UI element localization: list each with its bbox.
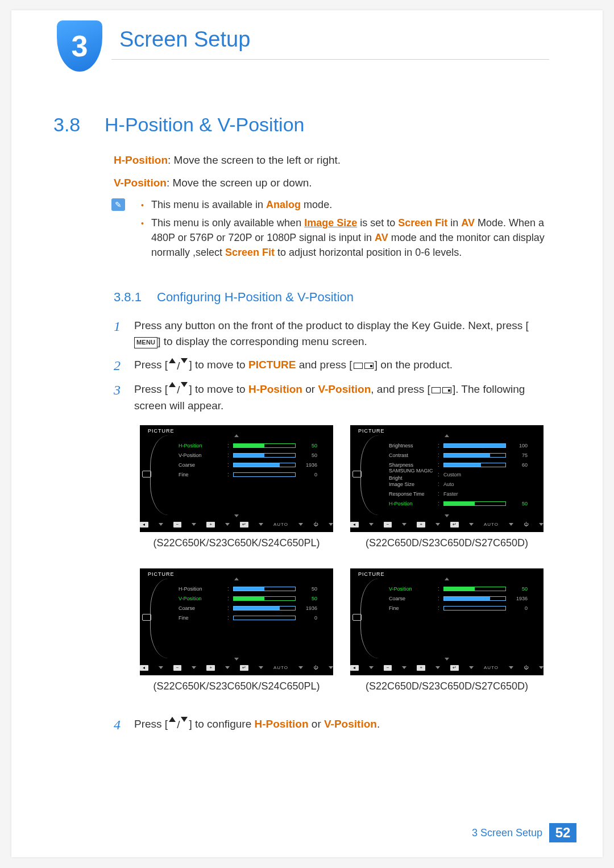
picture-category-icon <box>352 614 362 621</box>
header-divider <box>111 59 549 60</box>
picture-category-icon <box>142 471 151 477</box>
up-down-icon: / <box>169 358 188 374</box>
nav-down-icon <box>234 658 239 661</box>
nav-up-icon <box>234 578 239 580</box>
nav-up-icon <box>445 578 449 580</box>
step-2: Press [/] to move to PICTURE and press [… <box>114 357 546 373</box>
step-3: Press [/] to move to H-Position or V-Pos… <box>114 381 546 708</box>
vpos-definition: V-Position: Move the screen up or down. <box>114 175 546 191</box>
osd-row: Fine:0 <box>179 613 327 623</box>
osd-panel-3: PICTURE H-Position:50V-Position:50Coarse… <box>140 568 333 675</box>
menu-button-icon: MENU <box>134 337 157 348</box>
subsection-title: Configuring H-Position & V-Position <box>157 290 354 304</box>
osd-row: Coarse:1936 <box>179 604 327 613</box>
nav-left-icon: ◂ <box>140 522 148 528</box>
picture-category-icon <box>142 614 151 621</box>
steps-list: Press any button on the front of the pro… <box>114 318 546 732</box>
osd-panel-2: PICTURE Brightness:100Contrast:75Sharpne… <box>350 425 544 532</box>
osd-row: H-Position:50 <box>179 584 327 594</box>
osd-row: V-Position:50 <box>389 584 538 594</box>
note-box: ✎ This menu is available in Analog mode.… <box>114 197 546 260</box>
nav-minus-icon: − <box>173 522 182 528</box>
subsection-number: 3.8.1 <box>114 288 157 306</box>
chapter-title: Screen Setup <box>119 27 250 52</box>
osd-nav-bar: ◂ − + ↵ AUTO ⏻ <box>350 663 544 673</box>
osd-row: Fine:0 <box>389 604 538 613</box>
footer-chapter-ref: 3 Screen Setup <box>472 827 542 839</box>
hpos-definition: H-Position: Move the screen to the left … <box>114 152 546 168</box>
osd-grid: PICTURE H-Position:50V-Position:50Coarse… <box>140 425 546 708</box>
chapter-number-badge: 3 <box>57 20 102 72</box>
step-4: Press [/] to configure H-Position or V-P… <box>114 716 546 733</box>
up-down-icon: / <box>169 717 188 733</box>
nav-enter-icon: ↵ <box>240 522 248 528</box>
osd-row: H-Position:50 <box>179 441 327 451</box>
vpos-label: V-Position <box>114 177 167 189</box>
step-1: Press any button on the front of the pro… <box>114 318 546 349</box>
caption-right-2: (S22C650D/S23C650D/S27C650D) <box>350 679 544 693</box>
caption-left-2: (S22C650K/S23C650K/S24C650PL) <box>140 679 333 693</box>
osd-row: Contrast:75 <box>389 451 538 460</box>
osd-row: H-Position:50 <box>389 499 538 509</box>
section-title: H-Position & V-Position <box>105 114 305 135</box>
source-enter-icon <box>354 363 374 369</box>
subsection-heading: 3.8.1Configuring H-Position & V-Position <box>114 288 546 306</box>
nav-down-icon <box>445 658 449 661</box>
osd-row: Coarse:1936 <box>389 594 538 604</box>
nav-plus-icon: + <box>206 522 215 528</box>
osd-row: Fine:0 <box>179 470 327 480</box>
osd-row: SAMSUNG MAGIC Bright:Custom <box>389 470 538 480</box>
footer-page-number: 52 <box>549 823 576 842</box>
source-enter-icon <box>432 387 451 393</box>
note-item-2: This menu is only available when Image S… <box>141 215 546 260</box>
osd-row: V-Position:50 <box>179 594 327 604</box>
nav-up-icon <box>234 434 239 437</box>
osd-row: Image Size:Auto <box>389 480 538 489</box>
osd-row: Coarse:1936 <box>179 460 327 470</box>
osd-nav-bar: ◂ − + ↵ AUTO ⏻ <box>140 520 333 530</box>
up-down-icon: / <box>169 382 188 398</box>
note-item-1: This menu is available in Analog mode. <box>141 197 546 212</box>
osd-nav-bar: ◂ − + ↵ AUTO ⏻ <box>140 663 333 673</box>
osd-row: V-Position:50 <box>179 451 327 460</box>
page-footer: 3 Screen Setup 52 <box>472 823 576 842</box>
caption-right-1: (S22C650D/S23C650D/S27C650D) <box>350 535 544 550</box>
osd-panel-4: PICTURE V-Position:50Coarse:1936Fine:0 ◂… <box>350 568 544 675</box>
hpos-label: H-Position <box>114 154 168 166</box>
caption-left-1: (S22C650K/S23C650K/S24C650PL) <box>140 535 333 550</box>
nav-down-icon <box>445 514 449 517</box>
nav-up-icon <box>445 434 449 437</box>
body-content: H-Position: Move the screen to the left … <box>114 152 546 740</box>
section-heading: 3.8H-Position & V-Position <box>53 114 305 136</box>
note-icon: ✎ <box>111 198 125 211</box>
osd-nav-bar: ◂ − + ↵ AUTO ⏻ <box>350 520 544 530</box>
section-number: 3.8 <box>53 114 105 136</box>
nav-down-icon <box>234 514 239 517</box>
power-icon: ⏻ <box>313 521 318 528</box>
page: 3 Screen Setup 3.8H-Position & V-Positio… <box>11 10 603 857</box>
picture-category-icon <box>352 471 362 477</box>
osd-row: Response Time:Faster <box>389 489 538 499</box>
osd-panel-1: PICTURE H-Position:50V-Position:50Coarse… <box>140 425 333 532</box>
osd-row: Brightness:100 <box>389 441 538 451</box>
